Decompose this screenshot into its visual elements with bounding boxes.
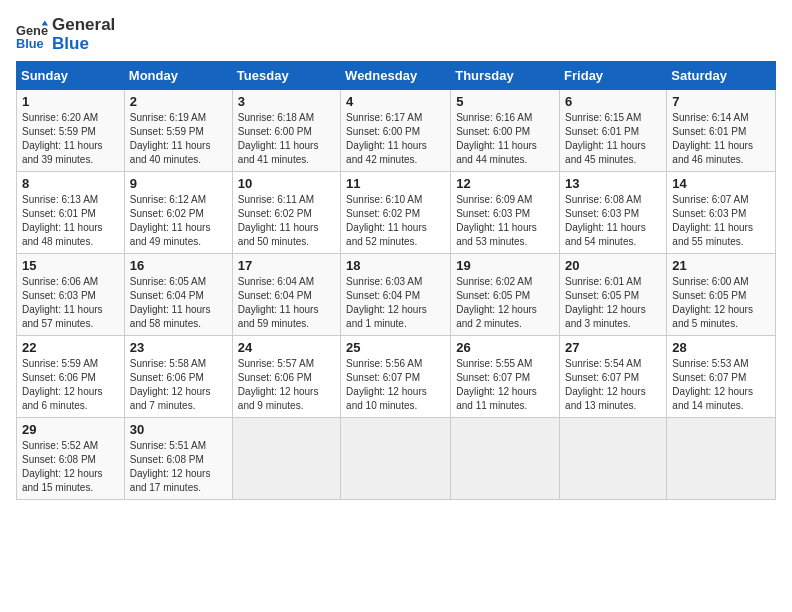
day-detail: Sunrise: 5:58 AMSunset: 6:06 PMDaylight:… <box>130 358 211 411</box>
day-cell: 25Sunrise: 5:56 AMSunset: 6:07 PMDayligh… <box>341 336 451 418</box>
day-cell: 6Sunrise: 6:15 AMSunset: 6:01 PMDaylight… <box>560 90 667 172</box>
day-number: 23 <box>130 340 227 355</box>
col-header-thursday: Thursday <box>451 62 560 90</box>
day-detail: Sunrise: 5:56 AMSunset: 6:07 PMDaylight:… <box>346 358 427 411</box>
day-cell <box>451 418 560 500</box>
day-detail: Sunrise: 5:55 AMSunset: 6:07 PMDaylight:… <box>456 358 537 411</box>
day-detail: Sunrise: 6:05 AMSunset: 6:04 PMDaylight:… <box>130 276 211 329</box>
day-cell: 17Sunrise: 6:04 AMSunset: 6:04 PMDayligh… <box>232 254 340 336</box>
day-detail: Sunrise: 5:51 AMSunset: 6:08 PMDaylight:… <box>130 440 211 493</box>
day-cell: 2Sunrise: 6:19 AMSunset: 5:59 PMDaylight… <box>124 90 232 172</box>
day-cell <box>667 418 776 500</box>
day-number: 11 <box>346 176 445 191</box>
day-number: 17 <box>238 258 335 273</box>
col-header-tuesday: Tuesday <box>232 62 340 90</box>
day-number: 5 <box>456 94 554 109</box>
day-number: 22 <box>22 340 119 355</box>
day-detail: Sunrise: 6:13 AMSunset: 6:01 PMDaylight:… <box>22 194 103 247</box>
day-cell: 30Sunrise: 5:51 AMSunset: 6:08 PMDayligh… <box>124 418 232 500</box>
col-header-friday: Friday <box>560 62 667 90</box>
day-cell: 10Sunrise: 6:11 AMSunset: 6:02 PMDayligh… <box>232 172 340 254</box>
day-number: 8 <box>22 176 119 191</box>
day-cell: 9Sunrise: 6:12 AMSunset: 6:02 PMDaylight… <box>124 172 232 254</box>
day-detail: Sunrise: 6:03 AMSunset: 6:04 PMDaylight:… <box>346 276 427 329</box>
calendar-table: SundayMondayTuesdayWednesdayThursdayFrid… <box>16 61 776 500</box>
day-detail: Sunrise: 5:54 AMSunset: 6:07 PMDaylight:… <box>565 358 646 411</box>
day-number: 2 <box>130 94 227 109</box>
day-number: 18 <box>346 258 445 273</box>
day-cell: 26Sunrise: 5:55 AMSunset: 6:07 PMDayligh… <box>451 336 560 418</box>
day-cell: 19Sunrise: 6:02 AMSunset: 6:05 PMDayligh… <box>451 254 560 336</box>
day-cell <box>341 418 451 500</box>
week-row-2: 8Sunrise: 6:13 AMSunset: 6:01 PMDaylight… <box>17 172 776 254</box>
day-number: 25 <box>346 340 445 355</box>
week-row-3: 15Sunrise: 6:06 AMSunset: 6:03 PMDayligh… <box>17 254 776 336</box>
day-number: 21 <box>672 258 770 273</box>
day-detail: Sunrise: 6:14 AMSunset: 6:01 PMDaylight:… <box>672 112 753 165</box>
day-number: 9 <box>130 176 227 191</box>
day-detail: Sunrise: 6:11 AMSunset: 6:02 PMDaylight:… <box>238 194 319 247</box>
day-number: 27 <box>565 340 661 355</box>
day-number: 28 <box>672 340 770 355</box>
day-detail: Sunrise: 6:12 AMSunset: 6:02 PMDaylight:… <box>130 194 211 247</box>
day-number: 29 <box>22 422 119 437</box>
day-cell: 12Sunrise: 6:09 AMSunset: 6:03 PMDayligh… <box>451 172 560 254</box>
day-number: 6 <box>565 94 661 109</box>
day-detail: Sunrise: 6:09 AMSunset: 6:03 PMDaylight:… <box>456 194 537 247</box>
day-number: 4 <box>346 94 445 109</box>
day-detail: Sunrise: 6:08 AMSunset: 6:03 PMDaylight:… <box>565 194 646 247</box>
day-cell: 20Sunrise: 6:01 AMSunset: 6:05 PMDayligh… <box>560 254 667 336</box>
day-cell <box>560 418 667 500</box>
day-detail: Sunrise: 6:10 AMSunset: 6:02 PMDaylight:… <box>346 194 427 247</box>
day-cell: 22Sunrise: 5:59 AMSunset: 6:06 PMDayligh… <box>17 336 125 418</box>
day-detail: Sunrise: 6:01 AMSunset: 6:05 PMDaylight:… <box>565 276 646 329</box>
day-cell: 28Sunrise: 5:53 AMSunset: 6:07 PMDayligh… <box>667 336 776 418</box>
day-detail: Sunrise: 6:04 AMSunset: 6:04 PMDaylight:… <box>238 276 319 329</box>
header-row: SundayMondayTuesdayWednesdayThursdayFrid… <box>17 62 776 90</box>
day-cell: 7Sunrise: 6:14 AMSunset: 6:01 PMDaylight… <box>667 90 776 172</box>
col-header-sunday: Sunday <box>17 62 125 90</box>
col-header-wednesday: Wednesday <box>341 62 451 90</box>
logo-line2: Blue <box>52 35 115 54</box>
svg-text:Blue: Blue <box>16 35 44 50</box>
day-detail: Sunrise: 5:59 AMSunset: 6:06 PMDaylight:… <box>22 358 103 411</box>
day-detail: Sunrise: 5:53 AMSunset: 6:07 PMDaylight:… <box>672 358 753 411</box>
day-number: 26 <box>456 340 554 355</box>
day-cell: 4Sunrise: 6:17 AMSunset: 6:00 PMDaylight… <box>341 90 451 172</box>
day-cell: 3Sunrise: 6:18 AMSunset: 6:00 PMDaylight… <box>232 90 340 172</box>
day-number: 1 <box>22 94 119 109</box>
day-number: 24 <box>238 340 335 355</box>
day-number: 10 <box>238 176 335 191</box>
day-detail: Sunrise: 6:19 AMSunset: 5:59 PMDaylight:… <box>130 112 211 165</box>
day-cell: 16Sunrise: 6:05 AMSunset: 6:04 PMDayligh… <box>124 254 232 336</box>
day-cell: 21Sunrise: 6:00 AMSunset: 6:05 PMDayligh… <box>667 254 776 336</box>
week-row-5: 29Sunrise: 5:52 AMSunset: 6:08 PMDayligh… <box>17 418 776 500</box>
day-cell: 15Sunrise: 6:06 AMSunset: 6:03 PMDayligh… <box>17 254 125 336</box>
day-detail: Sunrise: 6:17 AMSunset: 6:00 PMDaylight:… <box>346 112 427 165</box>
day-detail: Sunrise: 6:16 AMSunset: 6:00 PMDaylight:… <box>456 112 537 165</box>
day-cell: 5Sunrise: 6:16 AMSunset: 6:00 PMDaylight… <box>451 90 560 172</box>
logo-line1: General <box>52 16 115 35</box>
day-detail: Sunrise: 5:57 AMSunset: 6:06 PMDaylight:… <box>238 358 319 411</box>
day-number: 14 <box>672 176 770 191</box>
day-cell: 24Sunrise: 5:57 AMSunset: 6:06 PMDayligh… <box>232 336 340 418</box>
day-cell: 18Sunrise: 6:03 AMSunset: 6:04 PMDayligh… <box>341 254 451 336</box>
day-cell <box>232 418 340 500</box>
day-number: 7 <box>672 94 770 109</box>
day-cell: 14Sunrise: 6:07 AMSunset: 6:03 PMDayligh… <box>667 172 776 254</box>
day-detail: Sunrise: 6:00 AMSunset: 6:05 PMDaylight:… <box>672 276 753 329</box>
calendar-body: 1Sunrise: 6:20 AMSunset: 5:59 PMDaylight… <box>17 90 776 500</box>
day-cell: 13Sunrise: 6:08 AMSunset: 6:03 PMDayligh… <box>560 172 667 254</box>
week-row-4: 22Sunrise: 5:59 AMSunset: 6:06 PMDayligh… <box>17 336 776 418</box>
day-cell: 11Sunrise: 6:10 AMSunset: 6:02 PMDayligh… <box>341 172 451 254</box>
day-cell: 23Sunrise: 5:58 AMSunset: 6:06 PMDayligh… <box>124 336 232 418</box>
day-number: 13 <box>565 176 661 191</box>
day-cell: 29Sunrise: 5:52 AMSunset: 6:08 PMDayligh… <box>17 418 125 500</box>
day-detail: Sunrise: 6:15 AMSunset: 6:01 PMDaylight:… <box>565 112 646 165</box>
col-header-saturday: Saturday <box>667 62 776 90</box>
day-detail: Sunrise: 6:20 AMSunset: 5:59 PMDaylight:… <box>22 112 103 165</box>
day-number: 16 <box>130 258 227 273</box>
day-detail: Sunrise: 6:18 AMSunset: 6:00 PMDaylight:… <box>238 112 319 165</box>
day-number: 19 <box>456 258 554 273</box>
col-header-monday: Monday <box>124 62 232 90</box>
